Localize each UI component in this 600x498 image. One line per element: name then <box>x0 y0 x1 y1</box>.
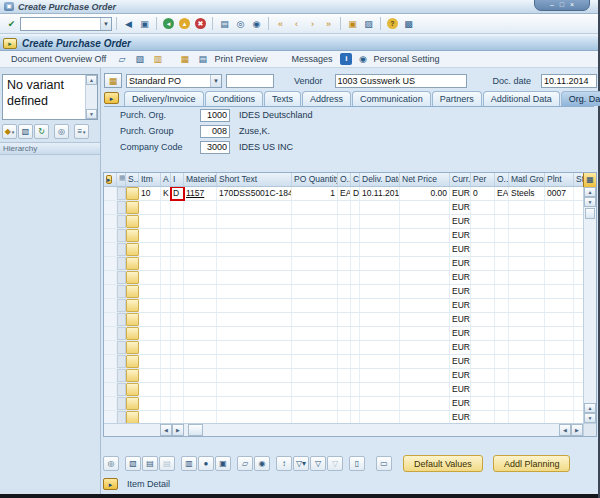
scroll-down-icon[interactable]: ▼ <box>584 413 596 423</box>
column-header[interactable]: A <box>161 173 171 186</box>
scroll-up-icon[interactable]: ▲ <box>86 75 97 85</box>
select-all-icon[interactable]: ▦ <box>117 173 126 186</box>
command-input[interactable] <box>21 18 100 30</box>
scroll-left-icon[interactable]: ◀ <box>559 424 571 436</box>
print-icon[interactable]: ▤ <box>217 16 232 31</box>
next-page-icon[interactable]: › <box>305 16 320 31</box>
column-header[interactable]: PO Quantity <box>292 173 338 186</box>
row-select-cell[interactable] <box>126 257 139 270</box>
column-header[interactable]: Plnt <box>545 173 574 186</box>
previous-page-icon[interactable]: ‹ <box>289 16 304 31</box>
table-cell[interactable]: 1157 <box>184 187 217 200</box>
column-header[interactable]: O... <box>495 173 509 186</box>
row-select-cell[interactable] <box>126 383 139 396</box>
cart-icon[interactable]: ▦ <box>104 73 122 88</box>
filter-button[interactable]: ▽ <box>310 456 326 471</box>
tab-additional-data[interactable]: Additional Data <box>483 91 560 106</box>
scrollbar-thumb[interactable] <box>585 208 595 219</box>
lock-button[interactable]: ● <box>198 456 214 471</box>
row-select-cell[interactable] <box>126 271 139 284</box>
default-values-button[interactable]: Default Values <box>403 455 483 472</box>
save-icon[interactable]: ▣ <box>137 16 152 31</box>
field-value-input[interactable] <box>200 141 230 154</box>
column-header[interactable]: Deliv. Date <box>360 173 400 186</box>
column-header[interactable]: Curr... <box>450 173 471 186</box>
row-select-cell[interactable] <box>126 229 139 242</box>
row-select-cell[interactable] <box>126 215 139 228</box>
people-button[interactable]: ◉ <box>254 456 270 471</box>
info-icon[interactable]: i <box>340 53 352 65</box>
command-dropdown-icon[interactable]: ▼ <box>100 18 111 30</box>
row-select-cell[interactable] <box>126 411 139 423</box>
doc-date-field[interactable] <box>541 74 597 88</box>
find-item-button[interactable]: ◎ <box>103 456 119 471</box>
field-value-input[interactable] <box>200 109 230 122</box>
row-select-cell[interactable] <box>126 201 139 214</box>
last-page-icon[interactable]: » <box>321 16 336 31</box>
table-horizontal-scrollbar[interactable]: ◀ ▶ ◀ ▶ <box>104 423 583 436</box>
tab-partners[interactable]: Partners <box>432 91 482 106</box>
column-header[interactable]: C <box>351 173 360 186</box>
column-header[interactable]: ▸ <box>104 173 117 186</box>
filter-menu-button[interactable]: ▽▾ <box>293 456 309 471</box>
vendor-field[interactable] <box>335 74 467 88</box>
check-doc-icon[interactable]: ▦ <box>177 52 192 67</box>
scroll-down-icon[interactable]: ▼ <box>86 109 97 119</box>
addl-planning-button[interactable]: Addl Planning <box>493 455 571 472</box>
scroll-right-icon[interactable]: ▶ <box>571 424 583 436</box>
row-select-cell[interactable] <box>126 285 139 298</box>
column-header[interactable]: Matl Group <box>509 173 545 186</box>
field-value-input[interactable] <box>200 125 230 138</box>
maximize-button[interactable]: □ <box>560 1 564 9</box>
row-select-cell[interactable] <box>126 341 139 354</box>
address-button[interactable]: ▣ <box>215 456 231 471</box>
variant-scrollbar[interactable]: ▲ ▼ <box>85 75 97 119</box>
messages-button[interactable]: Messages <box>286 52 337 66</box>
row-select-cell[interactable] <box>126 327 139 340</box>
command-field[interactable]: ▼ <box>20 17 112 31</box>
box-button[interactable]: ▭ <box>376 456 392 471</box>
row-select-cell[interactable] <box>126 369 139 382</box>
scroll-right-icon[interactable]: ▶ <box>172 424 184 436</box>
variant-menu-button[interactable]: ◆▾ <box>2 124 17 139</box>
find-icon[interactable]: ◎ <box>233 16 248 31</box>
find-next-icon[interactable]: ◉ <box>249 16 264 31</box>
column-header[interactable]: S... <box>126 173 139 186</box>
new-session-icon[interactable]: ▣ <box>345 16 360 31</box>
exit-icon[interactable]: ◂ <box>163 18 174 29</box>
customize-icon[interactable]: ▩ <box>401 16 416 31</box>
scrollbar-thumb[interactable] <box>188 424 203 436</box>
scroll-down-icon[interactable]: ▼ <box>584 197 596 207</box>
box-up-button[interactable]: ▯ <box>349 456 365 471</box>
tab-address[interactable]: Address <box>302 91 351 106</box>
row-select-cell[interactable] <box>126 355 139 368</box>
copy-item-button[interactable]: ▧ <box>125 456 141 471</box>
table-vertical-scrollbar[interactable]: ▲ ▼ ▲ ▼ <box>583 187 596 423</box>
back-icon[interactable]: ◀ <box>121 16 136 31</box>
print-preview-icon[interactable]: ▤ <box>195 52 210 67</box>
item-detail-expand-icon[interactable]: ▸ <box>103 478 118 490</box>
row-select-cell[interactable] <box>126 243 139 256</box>
column-header[interactable]: Per <box>471 173 495 186</box>
personal-setting-button[interactable]: Personal Setting <box>368 52 444 66</box>
list-view-button[interactable]: ▤ <box>142 456 158 471</box>
scroll-up-icon[interactable]: ▲ <box>584 187 596 197</box>
order-type-select[interactable]: Standard PO ▼ <box>126 74 222 88</box>
refresh-button[interactable]: ↻ <box>34 124 49 139</box>
column-header[interactable]: Net Price <box>400 173 450 186</box>
row-select-cell[interactable] <box>126 299 139 312</box>
scroll-left-icon[interactable]: ◀ <box>160 424 172 436</box>
new-doc-icon[interactable]: ▱ <box>114 52 129 67</box>
tab-delivery-invoice[interactable]: Delivery/Invoice <box>124 91 204 106</box>
tab-communication[interactable]: Communication <box>352 91 431 106</box>
column-header[interactable]: I <box>171 173 184 186</box>
column-header[interactable]: O... <box>338 173 351 186</box>
collapse-header-icon[interactable]: ▸ <box>104 92 119 104</box>
order-number-field[interactable] <box>226 74 274 88</box>
cancel-icon[interactable]: ✖ <box>195 18 206 29</box>
sort-button[interactable]: ↕ <box>276 456 292 471</box>
help-icon[interactable]: ? <box>387 18 398 29</box>
column-header[interactable]: Material <box>184 173 217 186</box>
first-page-icon[interactable]: « <box>273 16 288 31</box>
row-select-cell[interactable] <box>126 313 139 326</box>
